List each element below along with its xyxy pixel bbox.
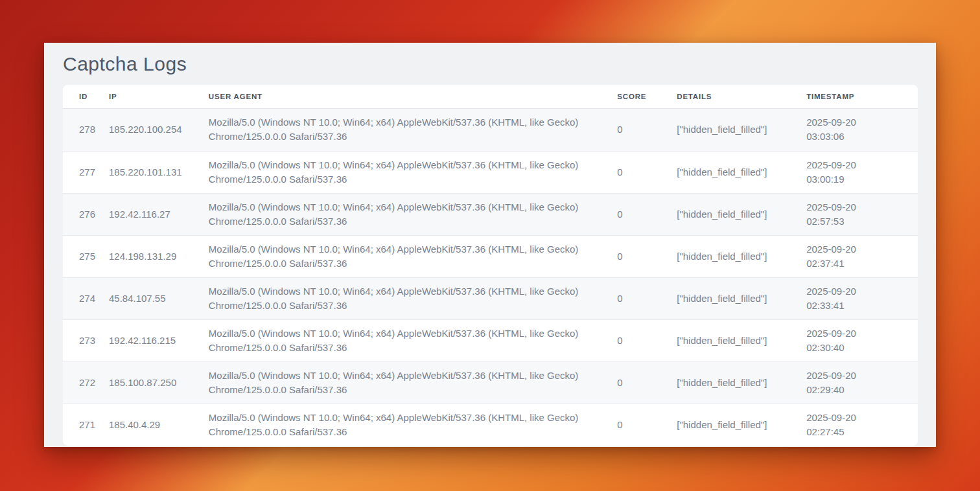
cell-score: 0 xyxy=(617,291,677,306)
table-row: 277 185.220.101.131 Mozilla/5.0 (Windows… xyxy=(63,151,918,193)
cell-details: ["hidden_field_filled"] xyxy=(677,249,806,264)
cell-details: ["hidden_field_filled"] xyxy=(677,376,806,390)
cell-score: 0 xyxy=(617,249,677,264)
table-row: 278 185.220.100.254 Mozilla/5.0 (Windows… xyxy=(63,109,918,151)
cell-ip: 192.42.116.27 xyxy=(109,207,209,222)
header-cell-timestamp: TIMESTAMP xyxy=(806,93,918,100)
cell-user-agent: Mozilla/5.0 (Windows NT 10.0; Win64; x64… xyxy=(209,242,618,271)
cell-user-agent: Mozilla/5.0 (Windows NT 10.0; Win64; x64… xyxy=(209,158,618,187)
cell-details: ["hidden_field_filled"] xyxy=(677,291,806,306)
cell-details: ["hidden_field_filled"] xyxy=(677,165,806,179)
cell-id: 278 xyxy=(63,122,109,137)
table-row: 271 185.40.4.29 Mozilla/5.0 (Windows NT … xyxy=(63,404,918,446)
captcha-logs-card: Captcha Logs ID IP USER AGENT SCORE DETA… xyxy=(44,43,936,447)
cell-score: 0 xyxy=(617,165,677,179)
cell-id: 273 xyxy=(63,334,109,348)
cell-ip: 45.84.107.55 xyxy=(109,291,209,306)
page-title: Captcha Logs xyxy=(63,52,918,76)
cell-id: 271 xyxy=(63,418,109,432)
table-row: 272 185.100.87.250 Mozilla/5.0 (Windows … xyxy=(63,361,918,404)
header-cell-user-agent: USER AGENT xyxy=(209,93,618,100)
cell-id: 275 xyxy=(63,249,109,264)
cell-timestamp: 2025-09-20 03:03:06 xyxy=(806,115,918,144)
header-cell-ip: IP xyxy=(109,93,209,100)
cell-user-agent: Mozilla/5.0 (Windows NT 10.0; Win64; x64… xyxy=(209,284,618,313)
cell-timestamp: 2025-09-20 02:57:53 xyxy=(806,200,918,229)
cell-id: 277 xyxy=(63,165,109,179)
table-row: 274 45.84.107.55 Mozilla/5.0 (Windows NT… xyxy=(63,277,918,319)
cell-ip: 185.220.100.254 xyxy=(109,122,209,137)
table-body: 278 185.220.100.254 Mozilla/5.0 (Windows… xyxy=(63,109,918,446)
header-cell-details: DETAILS xyxy=(677,93,806,100)
cell-score: 0 xyxy=(617,207,677,222)
table-row: 275 124.198.131.29 Mozilla/5.0 (Windows … xyxy=(63,235,918,277)
cell-id: 272 xyxy=(63,376,109,390)
cell-ip: 185.220.101.131 xyxy=(109,165,209,179)
cell-score: 0 xyxy=(617,334,677,348)
cell-timestamp: 2025-09-20 02:33:41 xyxy=(806,284,918,313)
cell-score: 0 xyxy=(617,122,677,137)
cell-timestamp: 2025-09-20 02:30:40 xyxy=(806,326,918,355)
cell-user-agent: Mozilla/5.0 (Windows NT 10.0; Win64; x64… xyxy=(209,326,618,355)
table-header-row: ID IP USER AGENT SCORE DETAILS TIMESTAMP xyxy=(63,85,918,109)
cell-timestamp: 2025-09-20 03:00:19 xyxy=(806,158,918,187)
cell-ip: 185.40.4.29 xyxy=(109,418,209,432)
cell-ip: 192.42.116.215 xyxy=(109,334,209,348)
cell-details: ["hidden_field_filled"] xyxy=(677,122,806,137)
cell-user-agent: Mozilla/5.0 (Windows NT 10.0; Win64; x64… xyxy=(209,369,618,397)
captcha-logs-table: ID IP USER AGENT SCORE DETAILS TIMESTAMP… xyxy=(63,85,918,446)
cell-score: 0 xyxy=(617,418,677,432)
header-cell-score: SCORE xyxy=(617,93,677,100)
cell-timestamp: 2025-09-20 02:29:40 xyxy=(806,369,918,397)
cell-user-agent: Mozilla/5.0 (Windows NT 10.0; Win64; x64… xyxy=(209,200,618,229)
cell-ip: 185.100.87.250 xyxy=(109,376,209,390)
page-background: { "page": { "title": "Captcha Logs" }, "… xyxy=(0,0,980,491)
cell-id: 276 xyxy=(63,207,109,222)
cell-user-agent: Mozilla/5.0 (Windows NT 10.0; Win64; x64… xyxy=(209,115,618,144)
cell-details: ["hidden_field_filled"] xyxy=(677,334,806,348)
cell-ip: 124.198.131.29 xyxy=(109,249,209,264)
cell-timestamp: 2025-09-20 02:27:45 xyxy=(806,411,918,439)
header-cell-id: ID xyxy=(63,93,109,100)
cell-timestamp: 2025-09-20 02:37:41 xyxy=(806,242,918,271)
cell-details: ["hidden_field_filled"] xyxy=(677,207,806,222)
cell-score: 0 xyxy=(617,376,677,390)
cell-user-agent: Mozilla/5.0 (Windows NT 10.0; Win64; x64… xyxy=(209,411,618,439)
table-row: 276 192.42.116.27 Mozilla/5.0 (Windows N… xyxy=(63,193,918,235)
cell-id: 274 xyxy=(63,291,109,306)
cell-details: ["hidden_field_filled"] xyxy=(677,418,806,432)
table-row: 273 192.42.116.215 Mozilla/5.0 (Windows … xyxy=(63,319,918,361)
